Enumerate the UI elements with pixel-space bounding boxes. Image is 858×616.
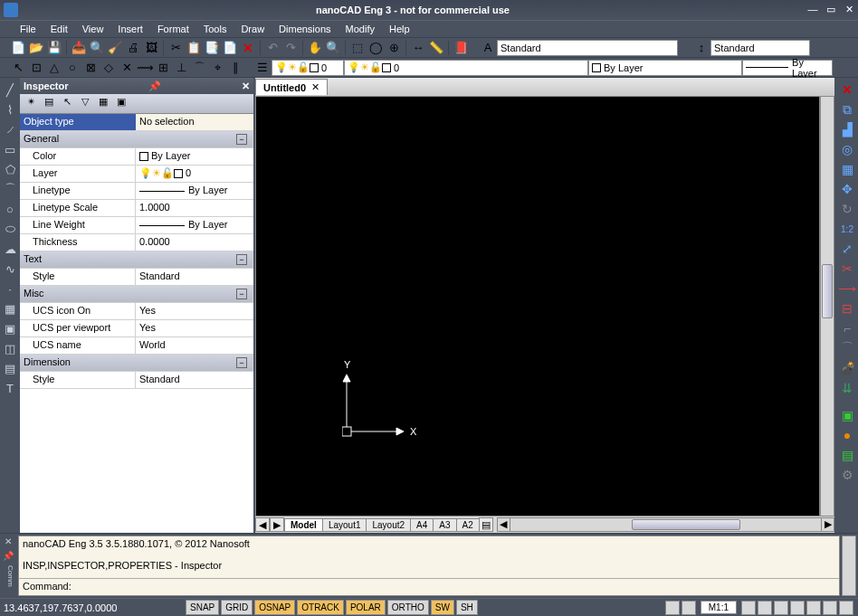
import-button[interactable]: 📥 bbox=[71, 40, 87, 56]
table-tool-icon[interactable]: ▤ bbox=[2, 359, 18, 377]
osnap-tangent-icon[interactable]: ⌒ bbox=[191, 60, 207, 76]
minimize-button[interactable]: — bbox=[806, 4, 819, 16]
osnap-extend-icon[interactable]: ⟿ bbox=[137, 60, 153, 76]
toggle-snap[interactable]: SNAP bbox=[186, 600, 219, 615]
toggle-icon[interactable]: ✴ bbox=[23, 96, 39, 112]
tab-nav-next[interactable]: ▶ bbox=[270, 517, 284, 532]
sb-extents-icon[interactable] bbox=[774, 601, 788, 615]
ltscale-value[interactable]: 1.0000 bbox=[136, 200, 253, 216]
arc-tool-icon[interactable]: ⌒ bbox=[2, 180, 18, 198]
scale-button[interactable]: 1:2 bbox=[838, 220, 856, 238]
doc-tab-untitled[interactable]: Untitled0 ✕ bbox=[255, 79, 328, 95]
text-style-combo[interactable] bbox=[497, 40, 678, 56]
section-misc[interactable]: Misc− bbox=[20, 286, 253, 302]
fillet-button[interactable]: ⌒ bbox=[838, 339, 856, 357]
rect-tool-icon[interactable]: ▭ bbox=[2, 140, 18, 158]
zoom-window-button[interactable]: ⬚ bbox=[349, 40, 366, 56]
osnap-insert-icon[interactable]: ⊞ bbox=[155, 60, 171, 76]
move-button[interactable]: ✥ bbox=[838, 180, 856, 198]
cut-button[interactable]: ✂ bbox=[167, 40, 184, 56]
help-button[interactable]: 📕 bbox=[453, 40, 469, 56]
zoom-extents-button[interactable]: ◯ bbox=[367, 40, 384, 56]
inspector-title-bar[interactable]: Inspector 📌 ✕ bbox=[20, 78, 253, 94]
osnap-center-icon[interactable]: ○ bbox=[64, 60, 81, 76]
osnap-midpoint-icon[interactable]: △ bbox=[46, 60, 62, 76]
menu-insert[interactable]: Insert bbox=[110, 22, 150, 36]
dim-style-icon[interactable]: ↕ bbox=[693, 40, 710, 56]
layer-icon[interactable]: ▤ bbox=[838, 446, 856, 464]
osnap-cursor-icon[interactable]: ↖ bbox=[10, 60, 26, 76]
collapse-icon[interactable]: ▣ bbox=[113, 96, 129, 112]
offset-button[interactable]: ◎ bbox=[838, 140, 856, 158]
osnap-nearest-icon[interactable]: ⌖ bbox=[209, 60, 225, 76]
regen-icon[interactable]: ● bbox=[838, 426, 856, 444]
select-icon[interactable]: ↖ bbox=[59, 96, 75, 112]
osnap-perp-icon[interactable]: ⊥ bbox=[173, 60, 189, 76]
circle-tool-icon[interactable]: ○ bbox=[2, 200, 18, 218]
chamfer-button[interactable]: ⌐ bbox=[838, 319, 856, 337]
toggle-sw[interactable]: SW bbox=[431, 600, 454, 615]
hatch-tool-icon[interactable]: ▦ bbox=[2, 299, 18, 317]
sb-refresh-icon[interactable] bbox=[806, 601, 821, 615]
sb-clean-icon[interactable] bbox=[823, 601, 837, 615]
dimstyle-value[interactable]: Standard bbox=[136, 372, 253, 388]
lineweight-combo[interactable]: By Layer bbox=[742, 60, 833, 76]
menu-format[interactable]: Format bbox=[150, 22, 196, 36]
thickness-value[interactable]: 0.0000 bbox=[136, 234, 253, 251]
array-button[interactable]: ▦ bbox=[838, 160, 856, 178]
layer-value[interactable]: 💡☀🔓0 bbox=[136, 166, 253, 182]
text-tool-icon[interactable]: T bbox=[2, 379, 18, 397]
layout-tab-layout1[interactable]: Layout1 bbox=[322, 518, 367, 532]
toggle-grid[interactable]: GRID bbox=[221, 600, 253, 615]
menu-help[interactable]: Help bbox=[382, 22, 417, 36]
audit-button[interactable]: 🔍 bbox=[89, 40, 105, 56]
sb-props-icon[interactable] bbox=[839, 601, 853, 615]
osnap-intersect-icon[interactable]: ✕ bbox=[119, 60, 135, 76]
paste-button[interactable]: 📄 bbox=[222, 40, 238, 56]
linetype-value[interactable]: By Layer bbox=[136, 183, 253, 199]
trim-button[interactable]: ✂ bbox=[838, 260, 856, 278]
pan-button[interactable]: ✋ bbox=[307, 40, 323, 56]
menu-view[interactable]: View bbox=[75, 22, 111, 36]
sb-pan-icon[interactable] bbox=[758, 601, 772, 615]
cmd-pin-icon[interactable]: 📌 bbox=[2, 551, 14, 564]
menu-edit[interactable]: Edit bbox=[43, 22, 75, 36]
copy-button[interactable]: 📋 bbox=[186, 40, 202, 56]
vertical-scrollbar[interactable] bbox=[820, 96, 834, 516]
text-style-icon[interactable]: A bbox=[480, 40, 496, 56]
menu-draw[interactable]: Draw bbox=[234, 22, 272, 36]
layout-tab-a2[interactable]: A2 bbox=[456, 518, 480, 532]
rotate-button[interactable]: ↻ bbox=[838, 200, 856, 218]
revcloud-tool-icon[interactable]: ☁ bbox=[2, 240, 18, 258]
spline-tool-icon[interactable]: ∿ bbox=[2, 260, 18, 278]
layout-tab-a3[interactable]: A3 bbox=[433, 518, 456, 532]
block-tool-icon[interactable]: ▣ bbox=[2, 319, 18, 337]
section-text[interactable]: Text− bbox=[20, 251, 253, 268]
sb-regen-icon[interactable] bbox=[790, 601, 805, 615]
mirror-button[interactable]: ▟ bbox=[838, 120, 856, 138]
zoom-all-button[interactable]: ⊕ bbox=[386, 40, 402, 56]
polygon-tool-icon[interactable]: ⬠ bbox=[2, 160, 18, 178]
toggle-osnap[interactable]: OSNAP bbox=[254, 600, 295, 615]
expand-icon[interactable]: ▦ bbox=[95, 96, 111, 112]
zoom-button[interactable]: 🔍 bbox=[325, 40, 341, 56]
join-button[interactable]: ⇊ bbox=[838, 379, 856, 397]
copy-mod-button[interactable]: ⧉ bbox=[838, 100, 856, 118]
menu-file[interactable]: File bbox=[13, 22, 43, 36]
osnap-endpoint-icon[interactable]: ⊡ bbox=[28, 60, 44, 76]
measure-button[interactable]: 📏 bbox=[428, 40, 444, 56]
toggle-sh[interactable]: SH bbox=[456, 600, 478, 615]
toggle-polar[interactable]: POLAR bbox=[346, 600, 386, 615]
erase-button[interactable]: ✕ bbox=[838, 81, 856, 99]
layer-state-combo[interactable]: 💡☀🔓0 bbox=[272, 60, 344, 76]
layout-tab-a4[interactable]: A4 bbox=[410, 518, 434, 532]
drawing-viewport[interactable]: X Y bbox=[255, 96, 820, 516]
osnap-parallel-icon[interactable]: ∥ bbox=[227, 60, 243, 76]
maximize-button[interactable]: ▭ bbox=[825, 4, 837, 16]
line-tool-icon[interactable]: ╱ bbox=[2, 81, 18, 99]
doc-tab-close-icon[interactable]: ✕ bbox=[311, 81, 319, 93]
point-tool-icon[interactable]: · bbox=[2, 280, 18, 298]
filter-icon[interactable]: ▽ bbox=[77, 96, 93, 112]
settings-icon[interactable]: ⚙ bbox=[838, 466, 856, 484]
ucsname-value[interactable]: World bbox=[136, 337, 253, 354]
